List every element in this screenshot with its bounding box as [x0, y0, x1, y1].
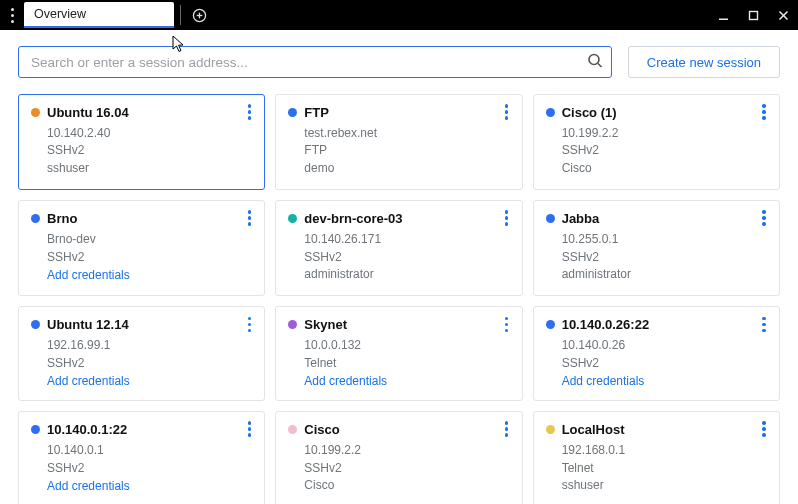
new-tab-button[interactable] — [187, 0, 211, 30]
session-card[interactable]: Ubuntu 16.0410.140.2.40SSHv2sshuser — [18, 94, 265, 190]
status-dot — [31, 320, 40, 329]
status-dot — [546, 214, 555, 223]
session-title: 10.140.0.1:22 — [31, 422, 252, 437]
session-card[interactable]: Jabba10.255.0.1SSHv2administrator — [533, 200, 780, 296]
card-menu-button[interactable] — [240, 209, 258, 227]
session-name: FTP — [304, 105, 329, 120]
status-dot — [31, 214, 40, 223]
session-detail: administrator — [288, 266, 509, 283]
status-dot — [546, 108, 555, 117]
session-detail: FTP — [288, 142, 509, 159]
session-detail: SSHv2 — [31, 142, 252, 159]
session-detail: SSHv2 — [546, 355, 767, 372]
minimize-button[interactable] — [708, 0, 738, 30]
status-dot — [546, 425, 555, 434]
title-bar: Overview — [0, 0, 798, 30]
session-card[interactable]: FTPtest.rebex.netFTPdemo — [275, 94, 522, 190]
session-detail: administrator — [546, 266, 767, 283]
session-detail: 10.140.2.40 — [31, 125, 252, 142]
session-name: Ubuntu 12.14 — [47, 317, 129, 332]
session-name: Brno — [47, 211, 77, 226]
add-credentials-link[interactable]: Add credentials — [288, 374, 509, 388]
card-menu-button[interactable] — [498, 315, 516, 333]
add-credentials-link[interactable]: Add credentials — [31, 479, 252, 493]
status-dot — [288, 214, 297, 223]
app-menu-button[interactable] — [0, 0, 22, 30]
session-name: LocalHost — [562, 422, 625, 437]
session-title: LocalHost — [546, 422, 767, 437]
maximize-button[interactable] — [738, 0, 768, 30]
session-detail: test.rebex.net — [288, 125, 509, 142]
search-icon — [587, 53, 603, 72]
add-credentials-link[interactable]: Add credentials — [546, 374, 767, 388]
status-dot — [288, 320, 297, 329]
session-detail: SSHv2 — [31, 249, 252, 266]
card-menu-button[interactable] — [755, 103, 773, 121]
session-detail: 192.168.0.1 — [546, 442, 767, 459]
session-title: Skynet — [288, 317, 509, 332]
status-dot — [546, 320, 555, 329]
tab-overview[interactable]: Overview — [24, 2, 174, 28]
card-menu-button[interactable] — [755, 420, 773, 438]
session-card[interactable]: Skynet10.0.0.132TelnetAdd credentials — [275, 306, 522, 401]
minimize-icon — [718, 10, 729, 21]
content-area: Create new session Ubuntu 16.0410.140.2.… — [0, 30, 798, 504]
session-title: Brno — [31, 211, 252, 226]
search-input[interactable] — [29, 54, 577, 71]
session-card[interactable]: BrnoBrno-devSSHv2Add credentials — [18, 200, 265, 296]
status-dot — [31, 425, 40, 434]
close-icon — [778, 10, 789, 21]
add-credentials-link[interactable]: Add credentials — [31, 268, 252, 282]
session-title: Cisco — [288, 422, 509, 437]
session-grid: Ubuntu 16.0410.140.2.40SSHv2sshuserFTPte… — [18, 94, 780, 504]
search-field[interactable] — [18, 46, 612, 78]
session-title: dev-brn-core-03 — [288, 211, 509, 226]
session-detail: sshuser — [546, 477, 767, 494]
session-detail: Cisco — [288, 477, 509, 494]
card-menu-button[interactable] — [240, 420, 258, 438]
card-menu-button[interactable] — [498, 209, 516, 227]
session-detail: 10.140.0.1 — [31, 442, 252, 459]
status-dot — [288, 425, 297, 434]
session-detail: 192.16.99.1 — [31, 337, 252, 354]
svg-rect-4 — [749, 11, 757, 19]
session-detail: 10.140.26.171 — [288, 231, 509, 248]
plus-circle-icon — [192, 8, 207, 23]
session-detail: SSHv2 — [288, 249, 509, 266]
session-card[interactable]: Cisco (1)10.199.2.2SSHv2Cisco — [533, 94, 780, 190]
session-detail: Telnet — [546, 460, 767, 477]
card-menu-button[interactable] — [498, 103, 516, 121]
session-title: Ubuntu 16.04 — [31, 105, 252, 120]
session-detail: 10.199.2.2 — [288, 442, 509, 459]
session-detail: SSHv2 — [546, 142, 767, 159]
add-credentials-link[interactable]: Add credentials — [31, 374, 252, 388]
session-detail: Cisco — [546, 160, 767, 177]
svg-rect-3 — [719, 18, 728, 20]
session-detail: 10.199.2.2 — [546, 125, 767, 142]
card-menu-button[interactable] — [755, 209, 773, 227]
card-menu-button[interactable] — [240, 103, 258, 121]
session-card[interactable]: 10.140.0.26:2210.140.0.26SSHv2Add creden… — [533, 306, 780, 401]
session-title: Cisco (1) — [546, 105, 767, 120]
session-title: Ubuntu 12.14 — [31, 317, 252, 332]
session-card[interactable]: Cisco10.199.2.2SSHv2Cisco — [275, 411, 522, 504]
session-name: Jabba — [562, 211, 600, 226]
session-card[interactable]: LocalHost192.168.0.1Telnetsshuser — [533, 411, 780, 504]
session-name: dev-brn-core-03 — [304, 211, 402, 226]
card-menu-button[interactable] — [498, 420, 516, 438]
session-card[interactable]: dev-brn-core-0310.140.26.171SSHv2adminis… — [275, 200, 522, 296]
card-menu-button[interactable] — [755, 315, 773, 333]
session-detail: 10.255.0.1 — [546, 231, 767, 248]
session-name: Cisco — [304, 422, 339, 437]
session-title: Jabba — [546, 211, 767, 226]
create-session-button[interactable]: Create new session — [628, 46, 780, 78]
session-name: 10.140.0.1:22 — [47, 422, 127, 437]
card-menu-button[interactable] — [240, 315, 258, 333]
session-name: 10.140.0.26:22 — [562, 317, 649, 332]
session-detail: SSHv2 — [31, 460, 252, 477]
status-dot — [31, 108, 40, 117]
close-button[interactable] — [768, 0, 798, 30]
session-card[interactable]: Ubuntu 12.14192.16.99.1SSHv2Add credenti… — [18, 306, 265, 401]
session-card[interactable]: 10.140.0.1:2210.140.0.1SSHv2Add credenti… — [18, 411, 265, 504]
tab-separator — [180, 5, 181, 25]
